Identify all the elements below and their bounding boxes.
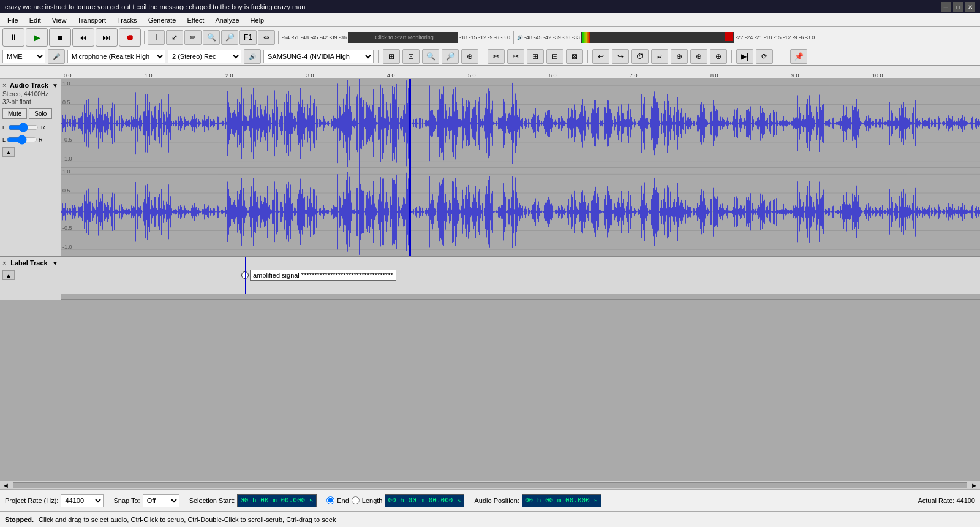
gain-l-label: L: [2, 124, 6, 131]
record-button[interactable]: ⏺: [119, 28, 141, 47]
label-track-expand[interactable]: ▲: [2, 270, 15, 280]
pan-l-label: L: [2, 137, 6, 143]
zoom-in-tool[interactable]: 🔍: [203, 30, 220, 45]
scroll-right-btn[interactable]: ►: [968, 482, 980, 489]
end-length-input[interactable]: [385, 494, 464, 507]
project-rate-select[interactable]: 44100: [61, 494, 104, 507]
pause-button[interactable]: ⏸: [2, 28, 24, 47]
menu-help[interactable]: Help: [246, 15, 270, 25]
zoom-sel-btn[interactable]: ⊡: [402, 49, 420, 64]
end-radio-label[interactable]: End: [337, 497, 349, 504]
length-radio-label[interactable]: Length: [362, 497, 383, 504]
trim-btn[interactable]: ✂: [507, 49, 524, 64]
toolbar-sep-6: [587, 50, 588, 63]
label-track-close[interactable]: ×: [2, 260, 6, 267]
scroll-thumb[interactable]: [13, 482, 967, 488]
align2-btn[interactable]: ⊟: [546, 49, 564, 64]
project-rate-field: Project Rate (Hz): 44100: [5, 494, 104, 507]
mute-button[interactable]: Mute: [2, 108, 27, 119]
align-btn[interactable]: ⊞: [527, 49, 544, 64]
tool4-btn[interactable]: 🔎: [442, 49, 459, 64]
end-length-radio: End Length: [326, 496, 382, 504]
ruler-tick: 1.0: [145, 72, 153, 78]
audio-track-header: × Audio Track ▼: [2, 82, 58, 89]
tool-zoom-btn[interactable]: ⊕: [710, 49, 727, 64]
f1-tool[interactable]: F1: [239, 30, 257, 45]
zoom-tool[interactable]: ⤢: [166, 30, 183, 45]
select-tool[interactable]: I: [148, 30, 165, 45]
output-meter-labels-right: -27 -24 -21 -18 -15 -12 -9 -6 -3 0: [736, 34, 815, 40]
audio-position-input[interactable]: [522, 494, 601, 507]
ruler-tick: 7.0: [630, 72, 638, 78]
selection-start-input[interactable]: [237, 494, 317, 507]
fit-project-btn[interactable]: ⊞: [383, 49, 400, 64]
zoom-out-tool[interactable]: 🔎: [221, 30, 238, 45]
maximize-btn[interactable]: □: [953, 2, 963, 12]
end-radio[interactable]: [326, 496, 334, 504]
volume-slider[interactable]: [8, 123, 39, 132]
pan-row: L R: [2, 135, 58, 145]
toolbar-sep-4: [378, 50, 379, 63]
close-btn[interactable]: ✕: [965, 2, 975, 12]
silence-btn[interactable]: ✂: [488, 49, 505, 64]
toolbar-row-1: ⏸ ▶ ■ ⏮ ⏭ ⏺ I ⤢ ✏ 🔍 🔎 F1 ⇔ -54 -51 -48 -…: [0, 27, 980, 48]
end-length-field: End Length: [326, 494, 464, 507]
selection-start-field: Selection Start:: [189, 494, 317, 507]
menu-analyze[interactable]: Analyze: [210, 15, 244, 25]
menu-view[interactable]: View: [47, 15, 72, 25]
solo-button[interactable]: Solo: [29, 108, 52, 119]
audio-track-close[interactable]: ×: [2, 82, 6, 89]
minimize-btn[interactable]: ─: [941, 2, 951, 12]
audio-track-controls: × Audio Track ▼ Stereo, 44100Hz 32-bit f…: [0, 79, 61, 256]
scroll-left-btn[interactable]: ◄: [0, 482, 12, 489]
tool5-btn[interactable]: ⊕: [461, 49, 478, 64]
host-select[interactable]: MME: [2, 50, 45, 63]
audio-track-samplerate: Stereo, 44100Hz: [2, 90, 58, 98]
loop2-btn[interactable]: ⟳: [756, 49, 773, 64]
microphone-select[interactable]: Microphone (Realtek High: [67, 50, 165, 63]
audio-track-dropdown[interactable]: ▼: [52, 82, 58, 89]
horizontal-scrollbar[interactable]: ◄ ►: [0, 480, 980, 489]
speaker-select[interactable]: SAMSUNG-4 (NVIDIA High: [263, 50, 374, 63]
output-meter-area: 🔊 -48 -45 -42 -39 -36 -33 -27 -24 -21 -1…: [517, 32, 815, 43]
audio-position-label: Audio Position:: [474, 497, 519, 504]
audio-position-field: Audio Position:: [474, 494, 601, 507]
stop-button[interactable]: ■: [49, 28, 71, 47]
output-meter-labels-left: -48 -45 -42 -39 -36 -33: [524, 34, 580, 40]
play-button[interactable]: ▶: [26, 28, 48, 47]
length-radio[interactable]: [352, 496, 360, 504]
menu-file[interactable]: File: [2, 15, 23, 25]
pin-btn[interactable]: 📌: [790, 49, 807, 64]
scrub-zoom-btn[interactable]: ⊕: [690, 49, 707, 64]
label-cursor: [245, 257, 246, 294]
selection-start-label: Selection Start:: [189, 497, 235, 504]
snap-to-select[interactable]: Off: [143, 494, 179, 507]
f2-tool[interactable]: ⇔: [258, 30, 275, 45]
menu-edit[interactable]: Edit: [24, 15, 46, 25]
audio-track-expand[interactable]: ▲: [2, 147, 15, 157]
pan-slider[interactable]: [7, 135, 37, 145]
project-rate-label: Project Rate (Hz):: [5, 497, 58, 504]
sync-lock-btn[interactable]: ⏱: [631, 49, 649, 64]
menu-effect[interactable]: Effect: [183, 15, 209, 25]
ruler-tick: 6.0: [549, 72, 557, 78]
tool3-btn[interactable]: 🔍: [422, 49, 439, 64]
zoom-toggle-btn[interactable]: ⊕: [671, 49, 688, 64]
click-to-monitor[interactable]: Click to Start Monitoring: [349, 34, 459, 40]
forward-button[interactable]: ⏭: [96, 28, 118, 47]
play-cursor-btn[interactable]: ▶|: [736, 49, 753, 64]
rewind-button[interactable]: ⏮: [72, 28, 94, 47]
menu-generate[interactable]: Generate: [143, 15, 181, 25]
tracks-container[interactable]: × Audio Track ▼ Stereo, 44100Hz 32-bit f…: [0, 79, 980, 480]
input-level-meter: Click to Start Monitoring: [348, 32, 458, 43]
mix-btn[interactable]: ⊠: [566, 49, 583, 64]
draw-tool[interactable]: ✏: [184, 30, 202, 45]
undo-btn[interactable]: ↩: [592, 49, 609, 64]
label-track-dropdown[interactable]: ▼: [52, 260, 58, 267]
loop-btn[interactable]: ⤾: [651, 49, 668, 64]
channels-select[interactable]: 2 (Stereo) Rec: [168, 50, 241, 63]
menu-tracks[interactable]: Tracks: [112, 15, 142, 25]
label-text-display[interactable]: amplified signal ***********************…: [250, 270, 396, 281]
menu-transport[interactable]: Transport: [72, 15, 111, 25]
redo-btn[interactable]: ↪: [612, 49, 629, 64]
